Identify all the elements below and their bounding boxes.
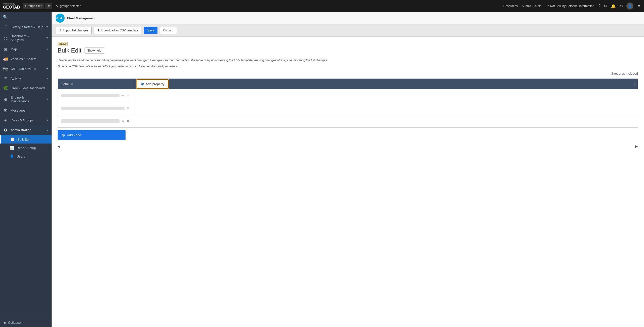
do-not-sell-link[interactable]: Do Not Sell My Personal Information — [545, 4, 594, 8]
chevron-icon: ▼ — [46, 77, 49, 80]
add-property-cell: ⊕ Add property — [133, 79, 172, 89]
scroll-up-icon[interactable]: ▲ — [634, 81, 636, 84]
sidebar-subitem-users[interactable]: 👤 Users — [0, 152, 52, 161]
logo-geotab-text: GEOTAB — [3, 5, 20, 10]
remove-row-icon[interactable]: ✕ — [127, 94, 130, 98]
sidebar-item-label: Rules & Groups — [11, 118, 43, 122]
submit-tickets-link[interactable]: Submit Tickets — [522, 4, 541, 8]
edit-row-icon[interactable]: ✏ — [122, 94, 125, 98]
messages-icon: ✉ — [3, 108, 8, 113]
discard-button[interactable]: Discard — [160, 27, 177, 34]
show-help-label: Show help — [87, 49, 101, 52]
logo-area: Powered by GEOTAB — [3, 3, 20, 10]
subitem-label: Bulk Edit — [17, 137, 49, 141]
chevron-up-icon: ▲ — [46, 129, 49, 132]
content-area: AT&T Fleet Management ⬆ Import list chan… — [52, 12, 644, 327]
chevron-icon: ▼ — [46, 119, 49, 122]
sidebar-item-label: Administration — [11, 128, 43, 132]
add-zone-label: Add Zone — [67, 133, 81, 137]
scroll-arrows: ◀ ▶ — [58, 143, 638, 149]
users-icon: 👤 — [9, 154, 14, 158]
chevron-icon: ▼ — [46, 48, 49, 51]
table-header: Zone ✏ ⊕ Add property ▲ ▼ — [58, 79, 638, 89]
sidebar-search: 🔍 — [0, 12, 52, 22]
groups-filter-label: Groups filter — [25, 4, 42, 8]
help-icon[interactable]: ? — [598, 4, 600, 8]
sidebar-item-administration[interactable]: ⚙ Administration ▲ — [0, 125, 52, 135]
add-zone-button[interactable]: ⊕ Add Zone — [58, 130, 126, 140]
page-title-row: Bulk Edit Show help — [58, 47, 638, 54]
scroll-left-arrow[interactable]: ◀ — [58, 144, 60, 148]
scroll-right-arrow[interactable]: ▶ — [635, 144, 638, 148]
plus-circle-icon: ⊕ — [62, 133, 65, 137]
discard-label: Discard — [163, 29, 174, 32]
top-nav-left: Powered by GEOTAB Groups filter ▼ All gr… — [3, 3, 81, 10]
top-nav-right: Resources Submit Tickets Do Not Sell My … — [503, 3, 641, 10]
description-text-2: Note: The CSV template is based off of y… — [58, 64, 638, 69]
sidebar-subitem-report-setup[interactable]: 📊 Report Setup... › — [0, 144, 52, 152]
import-list-changes-button[interactable]: ⬆ Import list changes — [56, 27, 92, 34]
edit-zone-icon[interactable]: ✏ — [71, 82, 74, 86]
sidebar-item-label: Green Fleet Dashboard — [11, 86, 49, 90]
table-row: ✏ ✕ — [58, 115, 638, 127]
add-property-button[interactable]: ⊕ Add property — [137, 80, 168, 88]
settings-icon[interactable]: ⚙ — [619, 4, 623, 9]
table-scroll-indicator: ▲ ▼ — [632, 80, 638, 88]
sidebar-item-rules-groups[interactable]: ◈ Rules & Groups ▼ — [0, 115, 52, 125]
remove-row-icon[interactable]: ✕ — [127, 119, 130, 123]
zone-label: Zone — [61, 82, 69, 86]
table-row-cell: ✕ — [58, 102, 133, 115]
download-csv-template-button[interactable]: ⬇ Download as CSV template — [94, 27, 142, 34]
user-dropdown-chevron[interactable]: ▼ — [637, 4, 641, 8]
groups-filter-dropdown[interactable]: ▼ — [46, 3, 52, 9]
groups-filter-button[interactable]: Groups filter — [23, 3, 44, 9]
sidebar-item-map[interactable]: ◉ Map ▼ — [0, 44, 52, 54]
vehicles-icon: 🚚 — [3, 57, 8, 61]
att-logo: AT&T — [56, 14, 65, 23]
sidebar-subitem-bulk-edit[interactable]: 📋 Bulk Edit — [0, 135, 52, 144]
search-icon[interactable]: 🔍 — [3, 15, 8, 19]
dashboard-icon: ◎ — [3, 36, 8, 40]
save-button[interactable]: Save — [144, 27, 157, 34]
sidebar-item-vehicles-assets[interactable]: 🚚 Vehicles & Assets — [0, 54, 52, 64]
user-avatar[interactable]: 👤 — [626, 3, 633, 10]
map-icon: ◉ — [3, 47, 8, 52]
sidebar-item-dashboard-analytics[interactable]: ◎ Dashboard & Analytics ▼ — [0, 32, 52, 44]
sidebar: 🔍 ? Getting Started & Help ▼ ◎ Dashboard… — [0, 12, 52, 327]
collapse-label: Collapse — [8, 321, 21, 324]
sidebar-item-label: Engine & Maintenance — [11, 96, 43, 103]
cameras-icon: 📷 — [3, 66, 8, 71]
import-label: Import list changes — [63, 29, 88, 32]
sidebar-item-activity[interactable]: ≡ Activity ▼ — [0, 74, 52, 83]
sidebar-item-cameras-video[interactable]: 📷 Cameras & Video ▼ — [0, 64, 52, 74]
download-label: Download as CSV template — [101, 29, 138, 32]
sidebar-item-green-fleet[interactable]: 🌿 Green Fleet Dashboard — [0, 83, 52, 93]
edit-row-icon[interactable]: ✏ — [122, 119, 125, 123]
brand-bar: AT&T Fleet Management — [52, 12, 644, 24]
remove-row-icon[interactable]: ✕ — [127, 106, 130, 110]
import-icon: ⬆ — [59, 29, 61, 32]
sidebar-collapse[interactable]: ◀ Collapse — [0, 318, 52, 327]
scroll-down-icon[interactable]: ▼ — [634, 84, 636, 87]
resources-link[interactable]: Resources — [503, 4, 518, 8]
sidebar-item-label: Messages — [11, 109, 49, 112]
bulk-edit-icon: 📋 — [10, 137, 15, 141]
sidebar-item-label: Getting Started & Help — [11, 25, 43, 29]
table-row: ✕ — [58, 102, 638, 115]
show-help-button[interactable]: Show help — [85, 48, 104, 54]
description-text-1: Selects entities and the corresponding p… — [58, 58, 638, 63]
table-row: ✏ ✕ — [58, 89, 638, 102]
sidebar-item-label: Map — [11, 47, 43, 51]
row-content-placeholder — [61, 107, 125, 110]
sidebar-item-messages[interactable]: ✉ Messages — [0, 106, 52, 115]
sidebar-item-engine-maintenance[interactable]: ⚙ Engine & Maintenance ▼ — [0, 93, 52, 106]
sidebar-item-getting-started[interactable]: ? Getting Started & Help ▼ — [0, 22, 52, 32]
mail-icon[interactable]: ✉ — [604, 4, 607, 9]
top-nav-icons: ? ✉ 🔔 ⚙ 👤 ▼ — [598, 3, 641, 10]
records-info: 3 records included — [58, 72, 638, 75]
main-layout: 🔍 ? Getting Started & Help ▼ ◎ Dashboard… — [0, 12, 644, 327]
row-content-placeholder — [61, 94, 119, 97]
notification-icon[interactable]: 🔔 — [611, 4, 616, 9]
engine-icon: ⚙ — [3, 97, 8, 102]
chevron-icon: ▼ — [46, 98, 49, 101]
